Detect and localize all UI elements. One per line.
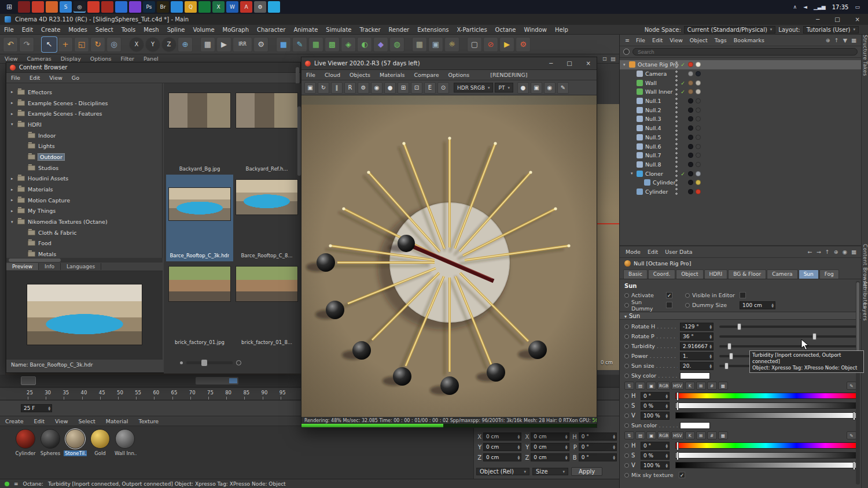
om-filter-icon[interactable]: ▼ (843, 37, 847, 43)
lv-exposure-icon[interactable]: E (424, 82, 436, 94)
coordinate-input[interactable]: 0 cm (483, 432, 521, 441)
spinner[interactable] (613, 434, 615, 439)
om-panel-icon[interactable]: ▦ (851, 37, 856, 43)
viewport-menu-item[interactable]: View (0, 56, 23, 62)
tag-icon[interactable] (688, 62, 693, 67)
tag-icon[interactable] (688, 171, 693, 176)
attribute-tab[interactable]: HDRI (704, 269, 728, 279)
lv-restart-icon[interactable]: ↻ (318, 82, 329, 94)
swatch-swap-icon[interactable]: ⇅ (624, 431, 634, 439)
channel-field[interactable]: 0 ° (641, 392, 670, 400)
parameter-slider[interactable] (719, 345, 856, 347)
tag-icon[interactable] (688, 89, 693, 94)
coordinate-input[interactable]: 0 ° (579, 432, 617, 441)
spinner[interactable] (709, 334, 712, 339)
object-row[interactable]: Null.5 (620, 133, 861, 142)
am-up-icon[interactable]: ↑ (825, 249, 830, 255)
workplane-icon[interactable]: ▦ (412, 37, 427, 52)
folder-row[interactable]: Houdini Assets (6, 173, 162, 184)
viewport-menu-item[interactable]: Options (86, 56, 116, 62)
tag-icon[interactable] (688, 71, 693, 76)
animation-key-icon[interactable] (624, 473, 629, 478)
octane-restart-icon[interactable]: ▶ (499, 37, 514, 52)
side-tab[interactable]: Layers (862, 303, 868, 321)
undo-icon[interactable]: ↶ (3, 37, 18, 52)
material-item[interactable]: Gold (89, 429, 112, 457)
object-search-input[interactable] (632, 48, 858, 56)
dummy-size-field[interactable]: 100 cm (740, 301, 775, 309)
tag-icon[interactable] (696, 153, 701, 158)
tag-icon[interactable] (688, 162, 693, 167)
toolbar-icon[interactable] (406, 37, 411, 52)
move-tool-icon[interactable]: + (58, 37, 73, 52)
mixer-button[interactable]: ⊞ (696, 431, 706, 439)
picture-icon[interactable]: ▣ (646, 431, 656, 439)
lv-picker-icon[interactable]: ✎ (557, 82, 569, 94)
asset-thumbnail[interactable]: Backyard_Ref.h... (233, 88, 300, 175)
channel-slider[interactable] (675, 393, 856, 399)
folder-row[interactable]: Nikomedia Textures (Octane) (6, 216, 162, 227)
spinner[interactable] (665, 404, 668, 408)
visibility-dots[interactable] (675, 160, 678, 168)
taskbar-app-icon[interactable] (115, 1, 127, 13)
taskbar-app-icon[interactable] (46, 1, 58, 13)
lv-ball-icon[interactable]: ● (517, 82, 529, 94)
size-mode-select[interactable]: Size▾ (532, 468, 568, 475)
folder-row[interactable]: Food (6, 238, 162, 249)
menu-item[interactable]: Extensions (413, 27, 453, 33)
expand-icon[interactable] (623, 62, 629, 67)
side-tab[interactable]: Structure (862, 35, 868, 60)
visibility-dots[interactable] (675, 133, 678, 141)
lv-camera-icon[interactable]: ▣ (531, 82, 542, 94)
enable-check[interactable] (680, 88, 686, 95)
layout-select[interactable]: Tutorials (User)▾ (803, 26, 859, 34)
spinner[interactable] (613, 455, 615, 460)
folder-row[interactable]: Example Scenes - Disciplines (6, 98, 162, 109)
lv-menu-item[interactable]: Cloud (320, 72, 345, 78)
visibility-dots[interactable] (675, 88, 678, 96)
object-row[interactable]: Cylinder (620, 187, 861, 197)
preview-tab[interactable]: Info (39, 263, 61, 270)
menu-item[interactable]: Modes (64, 27, 91, 33)
taskbar-app-icon[interactable]: A (240, 1, 252, 13)
close-button[interactable]: × (855, 16, 860, 23)
channel-slider[interactable] (675, 402, 856, 409)
expand-icon[interactable] (11, 176, 17, 181)
lv-menu-item[interactable]: Options (444, 72, 475, 78)
menu-item[interactable]: Edit (18, 27, 37, 33)
menu-item[interactable]: Mesh (139, 27, 163, 33)
om-up-icon[interactable]: ↑ (834, 37, 839, 43)
close-button[interactable]: × (586, 60, 591, 66)
object-row[interactable]: Camera (620, 69, 861, 79)
asset-thumbnail[interactable]: Backyard_Bg.jpg (166, 88, 233, 175)
lv-menu-item[interactable]: Compare (409, 72, 443, 78)
parameter-slider[interactable] (719, 335, 856, 338)
add-cube-icon[interactable]: ■ (276, 37, 291, 52)
folder-row[interactable]: My Things (6, 206, 162, 217)
visibility-dots[interactable] (675, 70, 678, 78)
thumbnail-size-slider[interactable] (180, 360, 241, 365)
om-menu-item[interactable]: View (666, 37, 686, 43)
om-menu-item[interactable]: Tags (711, 37, 730, 43)
side-tab[interactable]: Takes (862, 61, 868, 76)
channel-field[interactable]: 0 ° (641, 442, 670, 450)
taskbar-app-icon[interactable]: W (226, 1, 238, 13)
viewport-menu-item[interactable]: Display (56, 56, 86, 62)
spinner[interactable] (665, 443, 668, 448)
lv-start-icon[interactable]: ▣ (304, 82, 316, 94)
visibility-dots[interactable] (675, 151, 678, 160)
search-filter-icon[interactable] (623, 49, 630, 55)
octane-dialog-icon[interactable]: ▢ (467, 37, 482, 52)
tag-icon[interactable] (696, 162, 701, 167)
channel-slider[interactable] (675, 452, 856, 459)
menu-item[interactable]: Animate (289, 27, 322, 33)
menu-item[interactable]: Octane (491, 27, 520, 33)
attribute-tab[interactable]: BG & Floor (728, 269, 766, 279)
tag-icon[interactable] (696, 189, 701, 194)
visibility-dots[interactable] (675, 97, 678, 105)
am-forward-icon[interactable]: → (816, 249, 821, 255)
spinner[interactable] (665, 453, 668, 458)
channel-slider[interactable] (675, 462, 856, 468)
animation-key-icon[interactable] (624, 344, 629, 349)
visibility-dots[interactable] (675, 187, 678, 195)
